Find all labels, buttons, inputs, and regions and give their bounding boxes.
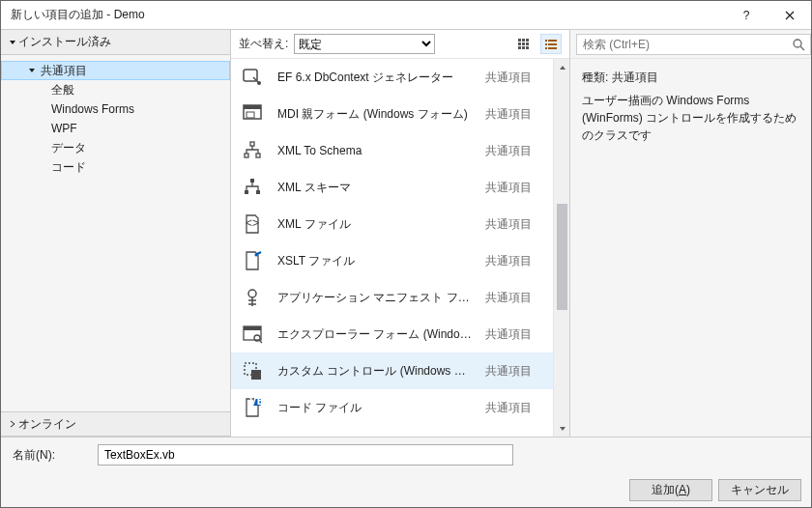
svg-rect-6 <box>526 42 529 45</box>
svg-rect-8 <box>522 46 525 49</box>
template-name: XSLT ファイル <box>277 253 472 269</box>
online-section-header[interactable]: オンライン <box>1 411 230 437</box>
template-category: 共通項目 <box>485 290 553 306</box>
view-small-icons-button[interactable] <box>513 34 535 54</box>
tree-item[interactable]: WPF <box>1 119 230 138</box>
template-name: アプリケーション マニフェスト ファイル <box>277 290 472 306</box>
template-row[interactable]: EF 6.x DbContext ジェネレーター共通項目 <box>231 59 553 96</box>
kind-label: 種類: <box>582 71 608 84</box>
template-category: 共通項目 <box>485 180 553 196</box>
svg-rect-11 <box>548 40 557 42</box>
template-icon <box>241 139 264 162</box>
template-name: MDI 親フォーム (Windows フォーム) <box>277 106 472 123</box>
svg-rect-24 <box>250 179 254 183</box>
template-row[interactable]: カスタム コントロール (Windows フォーム)共通項目 <box>231 353 553 389</box>
close-button[interactable] <box>768 1 811 30</box>
category-tree: 共通項目 全般 Windows Forms WPF データ コード <box>1 55 230 411</box>
tree-item[interactable]: 全般 <box>1 80 230 99</box>
svg-text:<>: <> <box>246 216 259 230</box>
template-icon <box>241 323 264 346</box>
template-row[interactable]: アプリケーション マニフェスト ファイル共通項目 <box>231 279 553 316</box>
svg-rect-9 <box>526 46 529 49</box>
tree-item-label: Windows Forms <box>49 102 134 116</box>
titlebar: 新しい項目の追加 - Demo ? <box>1 1 811 30</box>
add-button[interactable]: 追加(A) <box>629 479 712 501</box>
template-name: エクスプローラー フォーム (Windows フォ... <box>277 326 472 343</box>
bottom-panel: 名前(N): 追加(A) キャンセル <box>1 437 811 507</box>
left-panel: インストール済み 共通項目 全般 Windows Forms WPF データ コ… <box>1 30 231 437</box>
template-icon <box>241 286 264 309</box>
template-row[interactable]: XML スキーマ共通項目 <box>231 169 553 206</box>
tree-item[interactable]: データ <box>1 138 230 157</box>
template-category: 共通項目 <box>485 216 553 233</box>
template-icon <box>241 66 264 89</box>
template-category: 共通項目 <box>485 143 553 159</box>
button-row: 追加(A) キャンセル <box>1 472 811 507</box>
scroll-up-icon[interactable] <box>554 59 570 75</box>
template-row[interactable]: XSLT ファイル共通項目 <box>231 242 553 279</box>
sort-label: 並べ替え: <box>239 36 288 52</box>
name-row: 名前(N): <box>1 437 811 472</box>
template-category: 共通項目 <box>485 70 553 86</box>
template-icon <box>241 359 264 382</box>
template-category: 共通項目 <box>485 106 553 123</box>
name-input[interactable] <box>98 444 513 466</box>
template-name: XML To Schema <box>277 144 472 157</box>
installed-section-header[interactable]: インストール済み <box>1 30 230 55</box>
tree-item[interactable]: コード <box>1 157 230 177</box>
sort-select[interactable]: 既定 <box>294 34 435 54</box>
right-panel: 種類: 共通項目 ユーザー描画の Windows Forms (WinForms… <box>569 30 811 437</box>
tree-item-label: 共通項目 <box>39 63 87 79</box>
dialog-body: インストール済み 共通項目 全般 Windows Forms WPF データ コ… <box>1 30 811 437</box>
template-list: EF 6.x DbContext ジェネレーター共通項目MDI 親フォーム (W… <box>231 59 553 437</box>
tree-item-label: コード <box>49 159 86 176</box>
template-row[interactable]: XML To Schema共通項目 <box>231 132 553 169</box>
template-row[interactable]: MDI 親フォーム (Windows フォーム)共通項目 <box>231 96 553 132</box>
template-row[interactable]: VBコード ファイル共通項目 <box>231 389 553 426</box>
help-button[interactable]: ? <box>724 1 768 30</box>
template-icon: VB <box>241 396 264 419</box>
description-panel: 種類: 共通項目 ユーザー描画の Windows Forms (WinForms… <box>570 59 811 154</box>
description-text: ユーザー描画の Windows Forms (WinForms) コントロールを… <box>582 92 799 144</box>
tree-item[interactable]: Windows Forms <box>1 99 230 119</box>
scrollbar[interactable] <box>553 59 569 437</box>
template-row[interactable]: エクスプローラー フォーム (Windows フォ...共通項目 <box>231 316 553 353</box>
template-category: 共通項目 <box>485 326 553 343</box>
scroll-down-icon[interactable] <box>554 420 570 437</box>
tree-item-label: 全般 <box>49 82 74 99</box>
search-bar <box>570 30 811 59</box>
template-name: EF 6.x DbContext ジェネレーター <box>277 70 472 86</box>
svg-rect-14 <box>545 47 547 49</box>
online-label: オンライン <box>18 416 76 433</box>
svg-rect-12 <box>545 43 547 45</box>
list-toolbar: 並べ替え: 既定 <box>231 30 569 59</box>
svg-text:VB: VB <box>249 397 263 408</box>
svg-rect-25 <box>245 190 248 194</box>
svg-rect-5 <box>522 42 525 45</box>
svg-rect-2 <box>522 39 525 42</box>
svg-rect-20 <box>246 112 254 118</box>
search-input[interactable] <box>576 34 811 55</box>
search-icon[interactable] <box>792 38 805 51</box>
template-icon <box>241 176 264 199</box>
svg-rect-10 <box>545 40 547 42</box>
scroll-thumb[interactable] <box>557 204 567 310</box>
svg-rect-7 <box>518 46 521 49</box>
template-icon <box>241 102 264 126</box>
template-row[interactable]: <>XML ファイル共通項目 <box>231 206 553 242</box>
svg-rect-26 <box>256 190 260 194</box>
name-label: 名前(N): <box>13 447 55 464</box>
dialog-window: 新しい項目の追加 - Demo ? インストール済み 共通項目 <box>0 0 812 508</box>
svg-rect-23 <box>256 154 260 157</box>
template-icon <box>241 249 264 272</box>
installed-label: インストール済み <box>18 34 111 50</box>
template-icon: <> <box>241 212 264 236</box>
svg-point-29 <box>248 290 256 297</box>
template-name: XML ファイル <box>277 216 472 233</box>
view-details-button[interactable] <box>540 34 562 54</box>
template-name: XML スキーマ <box>277 180 472 196</box>
tree-item-common[interactable]: 共通項目 <box>1 61 230 80</box>
cancel-button[interactable]: キャンセル <box>718 479 801 501</box>
svg-rect-34 <box>251 370 261 380</box>
template-name: コード ファイル <box>277 400 472 416</box>
